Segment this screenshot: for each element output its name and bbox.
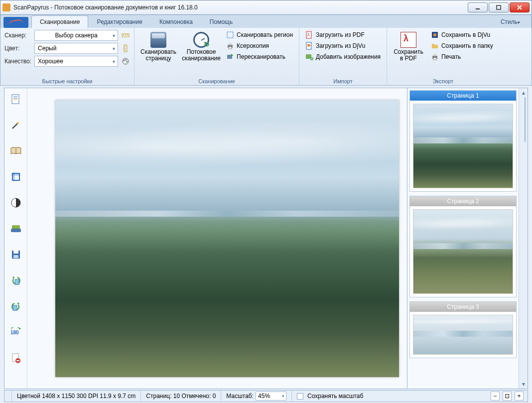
scan-page-button[interactable]: Сканировать страницу bbox=[138, 30, 178, 64]
svg-rect-47 bbox=[13, 251, 18, 254]
tab-layout[interactable]: Компоновка bbox=[151, 15, 201, 28]
tool-crop[interactable] bbox=[9, 170, 23, 184]
svg-rect-45 bbox=[12, 226, 19, 229]
status-image-info: Цветной 1408 x 1150 300 DPI 11.9 x 9.7 c… bbox=[17, 393, 135, 400]
thumbnail-1[interactable]: Страница 1 bbox=[409, 90, 517, 192]
page-canvas[interactable] bbox=[55, 100, 399, 377]
save-djvu-button[interactable]: Сохранить в DjVu bbox=[429, 30, 495, 40]
svg-rect-18 bbox=[229, 43, 232, 45]
tool-rotate-right[interactable] bbox=[9, 299, 23, 313]
svg-text:λ: λ bbox=[307, 32, 310, 37]
ruler-v-icon[interactable] bbox=[121, 44, 130, 53]
svg-rect-33 bbox=[433, 58, 436, 60]
scroll-handle[interactable] bbox=[525, 97, 526, 142]
scanner-icon bbox=[150, 32, 166, 48]
quality-combo[interactable]: Хорошее bbox=[34, 56, 118, 67]
svg-rect-16 bbox=[227, 32, 233, 38]
pdf-in-icon: λ bbox=[305, 31, 313, 39]
scrollbar-vertical[interactable]: ▴ ▾ bbox=[519, 88, 528, 389]
add-images-button[interactable]: Добавить изображения bbox=[303, 52, 383, 62]
color-combo[interactable]: Серый bbox=[34, 43, 118, 54]
load-pdf-button[interactable]: λЗагрузить из PDF bbox=[303, 30, 383, 40]
status-pages: Страниц: 10 Отмечено: 0 bbox=[146, 393, 216, 400]
style-menu[interactable]: Стиль▾ bbox=[492, 15, 529, 28]
scan-region-button[interactable]: Сканировать регион bbox=[224, 30, 295, 40]
region-icon bbox=[226, 31, 234, 39]
tool-rotate-left[interactable] bbox=[9, 273, 23, 287]
page-image bbox=[55, 100, 399, 377]
add-image-icon bbox=[305, 53, 313, 61]
svg-rect-44 bbox=[11, 229, 21, 232]
svg-point-12 bbox=[123, 58, 129, 64]
tool-scanner[interactable] bbox=[9, 222, 23, 236]
thumb-header: Страница 3 bbox=[410, 302, 516, 312]
thumbnail-2[interactable]: Страница 2 bbox=[409, 196, 517, 297]
pdf-icon bbox=[400, 32, 416, 48]
svg-point-13 bbox=[124, 60, 125, 61]
rescan-icon bbox=[226, 53, 234, 61]
tab-help[interactable]: Помощь bbox=[201, 15, 241, 28]
titlebar: ScanPapyrus - Потоковое сканирование док… bbox=[0, 0, 532, 15]
tab-scan[interactable]: Сканирование bbox=[31, 15, 88, 28]
thumbnail-3[interactable]: Страница 3 bbox=[409, 301, 517, 358]
clock-icon bbox=[193, 32, 209, 48]
zoom-out-button[interactable]: − bbox=[491, 392, 500, 401]
zoom-in-button[interactable]: + bbox=[515, 392, 524, 401]
svg-rect-1 bbox=[497, 5, 501, 9]
save-folder-button[interactable]: Сохранить в папку bbox=[429, 41, 495, 51]
tool-rotate-180[interactable]: 180 bbox=[9, 325, 23, 339]
djvu-out-icon bbox=[431, 31, 439, 39]
tool-contrast[interactable] bbox=[9, 196, 23, 210]
svg-rect-50 bbox=[13, 305, 17, 310]
svg-rect-40 bbox=[12, 173, 19, 180]
zoom-combo[interactable]: 45% bbox=[256, 392, 286, 401]
group-title-import: Импорт bbox=[303, 77, 383, 84]
statusbar: Цветной 1408 x 1150 300 DPI 11.9 x 9.7 c… bbox=[4, 390, 528, 402]
app-logo[interactable] bbox=[3, 17, 28, 28]
tool-delete-page[interactable] bbox=[9, 351, 23, 365]
scroll-up-icon[interactable]: ▴ bbox=[519, 88, 528, 97]
group-title-scan: Сканирование bbox=[138, 77, 295, 84]
tab-edit[interactable]: Редактирование bbox=[88, 15, 150, 28]
maximize-button[interactable] bbox=[489, 2, 509, 12]
svg-rect-19 bbox=[229, 47, 232, 49]
tool-book[interactable] bbox=[9, 144, 23, 158]
color-label: Цвет: bbox=[4, 45, 31, 52]
svg-rect-48 bbox=[13, 255, 18, 258]
group-import: λЗагрузить из PDF Загрузить из DjVu Доба… bbox=[299, 28, 387, 85]
window-title: ScanPapyrus - Потоковое сканирование док… bbox=[13, 4, 198, 11]
thumb-header: Страница 2 bbox=[410, 196, 516, 206]
group-quick-settings: Сканер: Выбор сканера Цвет: Серый Качест… bbox=[0, 28, 134, 85]
load-djvu-button[interactable]: Загрузить из DjVu bbox=[303, 41, 383, 51]
group-title-export: Экспорт bbox=[391, 77, 495, 84]
zoom-label: Масштаб: bbox=[226, 393, 254, 400]
scanner-combo[interactable]: Выбор сканера bbox=[34, 30, 118, 41]
minimize-button[interactable] bbox=[468, 2, 488, 12]
tool-save[interactable] bbox=[9, 248, 23, 262]
svg-point-30 bbox=[433, 33, 436, 36]
close-button[interactable] bbox=[510, 2, 530, 12]
tool-magic-wand[interactable] bbox=[9, 118, 23, 132]
print-button[interactable]: Печать bbox=[429, 52, 495, 62]
tool-page-props[interactable] bbox=[9, 92, 23, 106]
svg-rect-34 bbox=[12, 95, 19, 104]
ruler-h-icon[interactable] bbox=[121, 31, 130, 40]
thumbnails-panel[interactable]: Страница 1 Страница 2 Страница 3 bbox=[407, 88, 519, 389]
save-pdf-button[interactable]: Сохранить в PDF bbox=[391, 30, 426, 64]
palette-icon[interactable] bbox=[121, 57, 130, 66]
side-toolbar: 180 bbox=[4, 88, 27, 389]
app-icon bbox=[2, 3, 10, 11]
stream-scan-button[interactable]: Потоковое сканирование bbox=[181, 30, 221, 64]
rescan-button[interactable]: Пересканировать bbox=[224, 52, 295, 62]
keep-zoom-checkbox[interactable] bbox=[297, 393, 303, 400]
quality-label: Качество: bbox=[4, 58, 31, 65]
thumb-header: Страница 1 bbox=[410, 91, 516, 101]
zoom-fit-button[interactable]: ⊡ bbox=[503, 392, 512, 401]
keep-zoom-label: Сохранять масштаб bbox=[307, 393, 363, 400]
scanner-label: Сканер: bbox=[4, 32, 31, 39]
scroll-down-icon[interactable]: ▾ bbox=[519, 380, 528, 389]
photocopy-button[interactable]: Ксерокопия bbox=[224, 41, 295, 51]
group-title-settings: Быстрые настройки bbox=[4, 77, 130, 84]
ribbon: Сканер: Выбор сканера Цвет: Серый Качест… bbox=[0, 28, 532, 86]
group-export: Сохранить в PDF Сохранить в DjVu Сохрани… bbox=[387, 28, 499, 85]
